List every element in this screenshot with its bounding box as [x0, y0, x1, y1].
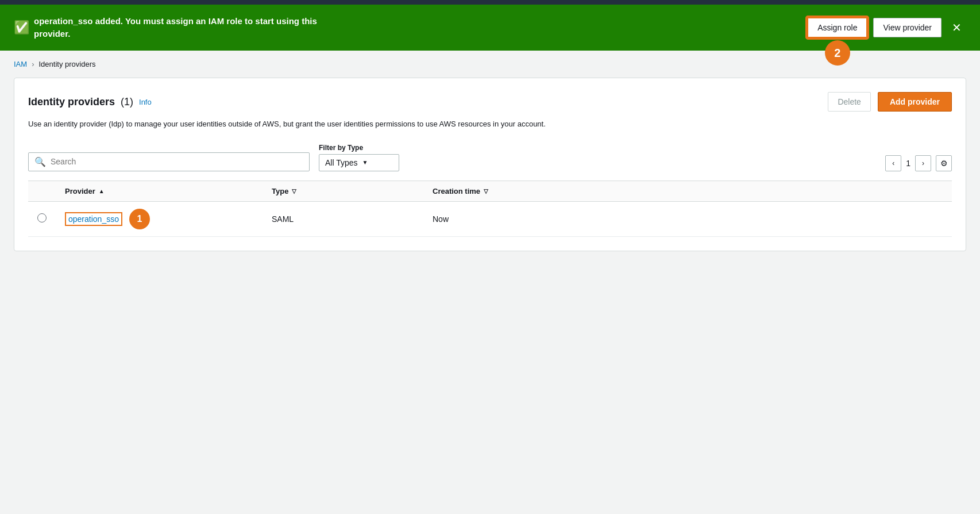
breadcrumb-separator: › — [32, 60, 34, 68]
breadcrumb-current-page: Identity providers — [38, 60, 95, 68]
filters-row: 🔍 Filter by Type All Types ▼ ‹ 1 › ⚙ — [28, 144, 952, 171]
th-provider[interactable]: Provider ▲ — [56, 181, 263, 201]
pagination-group: ‹ 1 › ⚙ — [885, 155, 952, 171]
table-settings-button[interactable]: ⚙ — [936, 155, 952, 171]
assign-role-button[interactable]: Assign role — [807, 17, 867, 38]
info-link[interactable]: Info — [139, 98, 152, 106]
pagination-next-button[interactable]: › — [915, 155, 931, 171]
success-banner: ✅ operation_sso added. You must assign a… — [0, 5, 980, 51]
th-creation-time[interactable]: Creation time ▽ — [423, 181, 952, 201]
card-header: Identity providers (1) Info Delete Add p… — [28, 92, 952, 112]
banner-message: operation_sso added. You must assign an … — [34, 15, 798, 41]
chevron-down-icon: ▼ — [362, 159, 368, 166]
row-radio-cell[interactable] — [28, 201, 56, 236]
row-provider-cell: operation_sso 1 — [56, 201, 263, 236]
pagination-page: 1 — [906, 159, 910, 168]
pagination-prev-button[interactable]: ‹ — [885, 155, 901, 171]
step2-wrapper: Assign role 2 — [807, 17, 867, 38]
card-description: Use an identity provider (Idp) to manage… — [28, 118, 660, 130]
sort-asc-icon: ▲ — [99, 188, 105, 194]
provider-name-link[interactable]: operation_sso — [65, 212, 122, 226]
success-icon: ✅ — [14, 20, 29, 35]
table-header-row: Provider ▲ Type ▽ Creation time ▽ — [28, 181, 952, 201]
card-title: Identity providers — [28, 96, 115, 108]
row-type-cell: SAML — [263, 201, 423, 236]
card-title-group: Identity providers (1) Info — [28, 96, 152, 108]
breadcrumb-iam-link[interactable]: IAM — [14, 60, 27, 68]
view-provider-button[interactable]: View provider — [873, 18, 942, 37]
type-select-value: All Types — [325, 158, 358, 167]
filter-type-label: Filter by Type — [319, 144, 399, 152]
row-type-value: SAML — [272, 214, 294, 224]
search-box[interactable]: 🔍 — [28, 152, 310, 171]
card-count: (1) — [121, 96, 133, 108]
add-provider-button[interactable]: Add provider — [878, 92, 952, 112]
th-type[interactable]: Type ▽ — [263, 181, 423, 201]
sort-desc-icon: ▽ — [292, 188, 296, 194]
search-input[interactable] — [51, 157, 303, 166]
delete-button[interactable]: Delete — [828, 92, 870, 112]
close-button[interactable]: ✕ — [947, 20, 966, 36]
row-creation-cell: Now — [423, 201, 952, 236]
th-radio — [28, 181, 56, 201]
table-row: operation_sso 1 SAML Now — [28, 201, 952, 236]
step1-badge: 1 — [129, 209, 150, 229]
top-bar — [0, 0, 980, 5]
card-actions: Delete Add provider — [828, 92, 952, 112]
step2-badge: 2 — [825, 40, 850, 66]
providers-table: Provider ▲ Type ▽ Creation time ▽ — [28, 181, 952, 237]
row-creation-value: Now — [433, 214, 449, 224]
type-filter-group: Filter by Type All Types ▼ — [319, 144, 399, 171]
type-select[interactable]: All Types ▼ — [319, 154, 399, 171]
search-icon: 🔍 — [34, 156, 46, 167]
main-card: Identity providers (1) Info Delete Add p… — [14, 78, 966, 251]
sort-icon-creation: ▽ — [484, 188, 488, 194]
banner-actions: Assign role 2 View provider ✕ — [807, 17, 966, 38]
row-radio-button[interactable] — [37, 213, 47, 223]
